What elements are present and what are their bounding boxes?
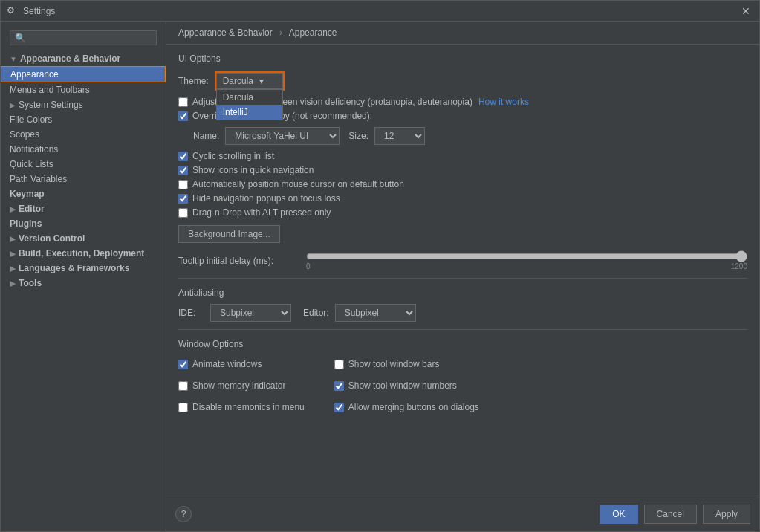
slider-ticks: 0 1200	[306, 262, 747, 270]
show-memory-label: Show memory indicator	[192, 380, 285, 391]
sidebar-item-path-variables[interactable]: Path Variables	[1, 172, 166, 186]
show-icons-row: Show icons in quick navigation	[178, 165, 747, 175]
sidebar-item-keymap[interactable]: Keymap	[1, 186, 166, 201]
expand-arrow: ▶	[10, 250, 16, 258]
adjust-colors-checkbox[interactable]	[178, 97, 188, 107]
animate-windows-label: Animate windows	[192, 359, 262, 369]
theme-option-intellij[interactable]: IntelliJ	[217, 105, 282, 120]
font-size-label: Size:	[348, 131, 368, 141]
allow-merging-row: Allow merging buttons on dialogs	[334, 402, 479, 412]
divider2	[178, 329, 747, 330]
auto-position-label: Automatically position mouse cursor on d…	[192, 179, 404, 189]
font-name-size-row: Name: Microsoft YaHei UI Size: 12	[193, 127, 747, 145]
tooltip-slider-row: Tooltip initial delay (ms): 0 1200	[178, 250, 747, 270]
show-tool-window-bars-label: Show tool window bars	[348, 359, 440, 369]
sidebar-label: Menus and Toolbars	[10, 85, 90, 95]
sidebar-item-editor[interactable]: ▶ Editor	[1, 201, 166, 216]
sidebar-label: Appearance	[10, 69, 59, 80]
animate-windows-checkbox[interactable]	[178, 360, 188, 369]
bottom-left: ?	[175, 506, 192, 522]
tooltip-label: Tooltip initial delay (ms):	[178, 256, 297, 266]
main-content: ▼ Appearance & Behavior Appearance Menus…	[1, 22, 759, 531]
sidebar-item-quick-lists[interactable]: Quick Lists	[1, 157, 166, 172]
show-icons-checkbox[interactable]	[178, 166, 188, 175]
show-tool-window-numbers-checkbox[interactable]	[334, 381, 344, 391]
theme-row: Theme: Darcula ▼ Darcula IntelliJ	[178, 71, 747, 91]
tooltip-slider[interactable]	[306, 250, 747, 262]
show-tool-window-bars-checkbox[interactable]	[334, 360, 344, 369]
search-box	[4, 27, 163, 48]
editor-antialiasing-select[interactable]: Subpixel Greyscale None	[335, 304, 416, 322]
sidebar-label: Appearance & Behavior	[20, 53, 120, 64]
cyclic-scrolling-label: Cyclic scrolling in list	[192, 151, 274, 161]
show-memory-checkbox[interactable]	[178, 381, 188, 391]
ok-button[interactable]: OK	[600, 505, 637, 524]
override-fonts-checkbox[interactable]	[178, 111, 188, 121]
allow-merging-checkbox[interactable]	[334, 403, 344, 412]
breadcrumb-part-2: Appearance	[289, 27, 337, 38]
sidebar-label: Build, Execution, Deployment	[19, 248, 144, 259]
font-size-select[interactable]: 12	[374, 127, 425, 145]
titlebar: ⚙ Settings ✕	[1, 1, 759, 22]
background-image-button[interactable]: Background Image...	[178, 225, 280, 243]
theme-option-darcula[interactable]: Darcula	[217, 90, 282, 105]
animate-windows-row: Animate windows	[178, 359, 305, 369]
sidebar-label: Path Variables	[10, 174, 67, 184]
help-button[interactable]: ?	[175, 506, 192, 522]
apply-button[interactable]: Apply	[703, 505, 750, 524]
close-button[interactable]: ✕	[738, 4, 753, 19]
sidebar-item-languages[interactable]: ▶ Languages & Frameworks	[1, 261, 166, 276]
sidebar-item-appearance-behavior[interactable]: ▼ Appearance & Behavior	[1, 51, 166, 66]
sidebar-item-plugins[interactable]: Plugins	[1, 216, 166, 231]
window-title: Settings	[23, 6, 738, 16]
expand-arrow: ▶	[10, 279, 16, 288]
cancel-button[interactable]: Cancel	[644, 505, 697, 524]
sidebar-item-file-colors[interactable]: File Colors	[1, 112, 166, 127]
sidebar-item-menus-toolbars[interactable]: Menus and Toolbars	[1, 82, 166, 97]
auto-position-row: Automatically position mouse cursor on d…	[178, 179, 747, 189]
cyclic-scrolling-checkbox[interactable]	[178, 152, 188, 161]
sidebar-label: File Colors	[10, 114, 52, 125]
theme-label: Theme:	[178, 76, 209, 86]
breadcrumb-sep: ›	[279, 27, 282, 38]
how-it-works-link[interactable]: How it works	[478, 97, 529, 107]
sidebar-label: Keymap	[10, 189, 45, 199]
disable-mnemonics-row: Disable mnemonics in menu	[178, 402, 305, 412]
sidebar-item-version-control[interactable]: ▶ Version Control	[1, 231, 166, 246]
sidebar-label: Scopes	[10, 129, 39, 140]
content-area: UI Options Theme: Darcula ▼ Darcula In	[166, 45, 759, 496]
divider	[178, 278, 747, 279]
sidebar-item-appearance[interactable]: Appearance	[1, 66, 166, 82]
sidebar-item-tools[interactable]: ▶ Tools	[1, 276, 166, 291]
auto-position-checkbox[interactable]	[178, 180, 188, 189]
sidebar-item-notifications[interactable]: Notifications	[1, 142, 166, 157]
expand-arrow: ▶	[10, 235, 16, 243]
bottom-right: OK Cancel Apply	[600, 505, 750, 524]
sidebar-item-build-exec[interactable]: ▶ Build, Execution, Deployment	[1, 246, 166, 261]
sidebar-label: Tools	[19, 278, 42, 288]
antialiasing-row: IDE: Subpixel Greyscale None Editor: Sub…	[178, 304, 747, 322]
show-tool-window-numbers-label: Show tool window numbers	[348, 380, 457, 391]
ide-label: IDE:	[178, 308, 204, 318]
allow-merging-label: Allow merging buttons on dialogs	[348, 402, 479, 412]
breadcrumb-part-1: Appearance & Behavior	[178, 27, 273, 38]
disable-mnemonics-label: Disable mnemonics in menu	[192, 402, 305, 412]
tooltip-max-label: 1200	[731, 262, 747, 270]
drag-drop-checkbox[interactable]	[178, 208, 188, 218]
search-input[interactable]	[10, 30, 157, 45]
sidebar-item-scopes[interactable]: Scopes	[1, 127, 166, 142]
sidebar-label: Plugins	[10, 218, 42, 229]
sidebar-label: Languages & Frameworks	[19, 263, 129, 273]
ide-antialiasing-select[interactable]: Subpixel Greyscale None	[210, 304, 291, 322]
sidebar-label: Version Control	[19, 233, 85, 244]
font-name-select[interactable]: Microsoft YaHei UI	[225, 127, 340, 145]
settings-icon: ⚙	[7, 5, 19, 17]
editor-label: Editor:	[303, 308, 329, 318]
theme-dropdown-btn[interactable]: Darcula ▼	[216, 73, 283, 89]
disable-mnemonics-checkbox[interactable]	[178, 403, 188, 412]
show-tool-bars-row: Show tool window bars	[334, 359, 479, 369]
sidebar-item-system-settings[interactable]: ▶ System Settings	[1, 97, 166, 112]
hide-nav-popups-checkbox[interactable]	[178, 194, 188, 204]
expand-arrow: ▼	[10, 55, 17, 63]
theme-dropdown-container: Darcula ▼ Darcula IntelliJ	[216, 73, 283, 89]
